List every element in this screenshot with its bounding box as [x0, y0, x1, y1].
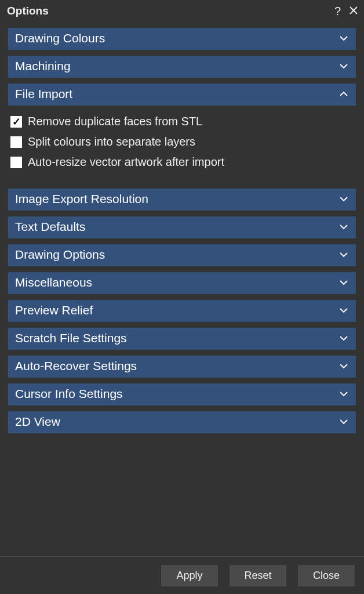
chevron-down-icon: [338, 194, 349, 204]
apply-button[interactable]: Apply: [161, 565, 218, 586]
option-remove-duplicate-faces[interactable]: Remove duplicate faces from STL: [8, 111, 356, 132]
footer: Apply Reset Close: [0, 556, 364, 594]
footer-buttons: Apply Reset Close: [0, 557, 364, 594]
section-image-export-resolution[interactable]: Image Export Resolution: [8, 189, 356, 211]
section-auto-recover-settings[interactable]: Auto-Recover Settings: [8, 356, 356, 378]
chevron-down-icon: [338, 222, 349, 232]
checkbox[interactable]: [10, 116, 22, 128]
chevron-down-icon: [338, 361, 349, 371]
section-scratch-file-settings[interactable]: Scratch File Settings: [8, 328, 356, 350]
section-label: Auto-Recover Settings: [15, 359, 137, 373]
checkbox[interactable]: [10, 136, 22, 148]
chevron-down-icon: [338, 416, 349, 427]
section-file-import[interactable]: File Import: [8, 84, 356, 106]
chevron-up-icon: [338, 89, 349, 99]
chevron-down-icon: [338, 277, 349, 288]
chevron-down-icon: [338, 389, 349, 399]
section-label: Drawing Options: [15, 248, 105, 262]
section-label: File Import: [15, 87, 72, 101]
chevron-down-icon: [338, 61, 349, 71]
titlebar: Options ?: [0, 0, 364, 22]
section-file-import-body: Remove duplicate faces from STL Split co…: [8, 111, 356, 172]
chevron-down-icon: [338, 249, 349, 260]
section-label: Scratch File Settings: [15, 331, 127, 345]
option-split-colours[interactable]: Split colours into separate layers: [8, 132, 356, 152]
dialog-content: Drawing Colours Machining File Import Re…: [0, 22, 364, 445]
option-auto-resize-vector[interactable]: Auto-resize vector artwork after import: [8, 152, 356, 172]
checkbox[interactable]: [10, 157, 22, 168]
section-label: Cursor Info Settings: [15, 387, 123, 401]
help-icon[interactable]: ?: [334, 5, 341, 17]
checkbox-label: Remove duplicate faces from STL: [28, 115, 202, 128]
section-label: Text Defaults: [15, 220, 85, 234]
section-label: Preview Relief: [15, 303, 93, 317]
section-label: Image Export Resolution: [15, 192, 148, 206]
checkbox-label: Split colours into separate layers: [28, 135, 195, 148]
section-label: 2D View: [15, 415, 60, 429]
section-label: Miscellaneous: [15, 276, 92, 289]
reset-button[interactable]: Reset: [230, 565, 286, 586]
section-machining[interactable]: Machining: [8, 56, 356, 78]
close-button[interactable]: Close: [298, 565, 355, 586]
section-preview-relief[interactable]: Preview Relief: [8, 300, 356, 322]
section-miscellaneous[interactable]: Miscellaneous: [8, 272, 356, 294]
section-2d-view[interactable]: 2D View: [8, 411, 356, 433]
section-label: Drawing Colours: [15, 31, 105, 45]
section-drawing-colours[interactable]: Drawing Colours: [8, 28, 356, 50]
checkbox-label: Auto-resize vector artwork after import: [28, 155, 224, 169]
section-text-defaults[interactable]: Text Defaults: [8, 216, 356, 238]
chevron-down-icon: [338, 333, 349, 343]
section-drawing-options[interactable]: Drawing Options: [8, 244, 356, 266]
section-cursor-info-settings[interactable]: Cursor Info Settings: [8, 383, 356, 405]
titlebar-actions: ?: [334, 5, 358, 17]
chevron-down-icon: [338, 305, 349, 316]
close-icon[interactable]: [349, 5, 358, 17]
chevron-down-icon: [338, 33, 349, 44]
section-label: Machining: [15, 59, 71, 73]
window-title: Options: [7, 5, 334, 17]
